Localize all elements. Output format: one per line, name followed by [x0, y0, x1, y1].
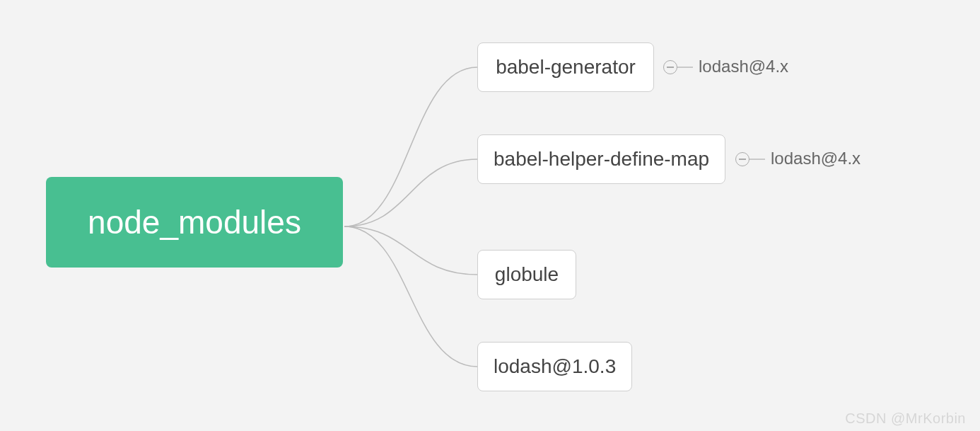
leaf-node-lodash-4x[interactable]: lodash@4.x	[699, 57, 788, 76]
root-node[interactable]: node_modules	[46, 177, 343, 268]
leaf-node-label: lodash@4.x	[771, 149, 861, 168]
leaf-node-label: lodash@4.x	[699, 57, 788, 76]
child-node-label: globule	[495, 263, 559, 286]
collapse-toggle-icon[interactable]	[663, 60, 677, 74]
child-node-lodash-1-0-3[interactable]: lodash@1.0.3	[477, 342, 632, 391]
child-node-label: babel-generator	[496, 56, 636, 79]
child-node-babel-helper-define-map[interactable]: babel-helper-define-map	[477, 134, 725, 184]
child-node-babel-generator[interactable]: babel-generator	[477, 42, 654, 92]
child-node-label: babel-helper-define-map	[494, 148, 709, 171]
collapse-toggle-icon[interactable]	[735, 152, 749, 166]
watermark-text: CSDN @MrKorbin	[845, 410, 966, 427]
mindmap-canvas: node_modules babel-generator lodash@4.x …	[0, 0, 980, 431]
leaf-node-lodash-4x[interactable]: lodash@4.x	[771, 149, 861, 168]
child-node-label: lodash@1.0.3	[494, 355, 616, 378]
child-node-globule[interactable]: globule	[477, 250, 576, 299]
root-node-label: node_modules	[88, 203, 301, 241]
